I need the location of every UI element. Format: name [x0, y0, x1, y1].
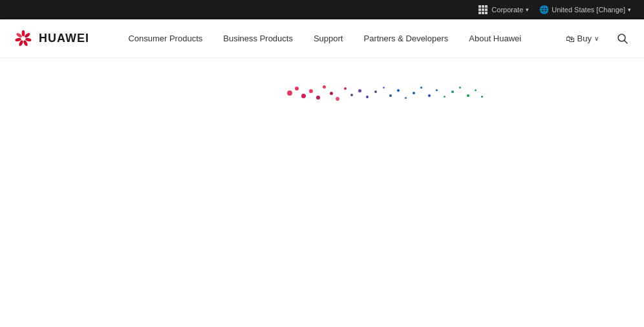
decorative-dot	[344, 87, 347, 90]
nav-support[interactable]: Support	[314, 31, 343, 46]
buy-button[interactable]: 🛍 Buy ∨	[561, 31, 604, 47]
nav-about-huawei[interactable]: About Huawei	[469, 31, 521, 46]
svg-point-1	[24, 32, 30, 38]
huawei-logo-svg	[13, 30, 34, 48]
decorative-dot	[459, 87, 461, 89]
decorative-dot	[358, 89, 361, 92]
decorative-dot	[330, 92, 333, 95]
content-area	[0, 58, 644, 327]
decorative-dot	[420, 87, 422, 89]
decorative-dot	[467, 94, 469, 97]
decorative-dot	[366, 96, 369, 98]
nav-business-products[interactable]: Business Products	[223, 31, 293, 46]
search-button[interactable]	[614, 30, 631, 47]
search-icon	[617, 33, 628, 45]
decorative-dot	[383, 87, 385, 89]
decorative-dot	[316, 96, 320, 100]
top-bar: Corporate ▾ 🌐 United States [Change] ▾	[0, 0, 644, 19]
decorative-dot	[389, 94, 392, 97]
svg-point-6	[16, 32, 23, 38]
decorative-dot	[336, 97, 339, 101]
decorative-dot	[323, 85, 326, 89]
decorative-dot	[309, 89, 313, 93]
svg-line-8	[625, 40, 628, 43]
decorative-dot	[451, 90, 454, 93]
decorative-dots	[281, 78, 488, 116]
decorative-dot	[301, 94, 306, 98]
buy-label: Buy	[577, 34, 592, 43]
nav-right-actions: 🛍 Buy ∨	[561, 30, 631, 47]
globe-icon: 🌐	[539, 5, 549, 14]
main-navigation: HUAWEI Consumer Products Business Produc…	[0, 19, 644, 58]
buy-chevron: ∨	[594, 35, 599, 42]
nav-links: Consumer Products Business Products Supp…	[89, 31, 561, 46]
nav-consumer-products[interactable]: Consumer Products	[128, 31, 202, 46]
grid-icon	[478, 5, 488, 14]
region-link[interactable]: 🌐 United States [Change] ▾	[539, 5, 631, 14]
decorative-dot	[444, 96, 445, 98]
decorative-dot	[405, 97, 407, 99]
logo[interactable]: HUAWEI	[13, 30, 89, 48]
decorative-dot	[428, 94, 431, 97]
corporate-link[interactable]: Corporate ▾	[478, 5, 529, 14]
corporate-label: Corporate	[491, 6, 523, 14]
region-label: United States [Change]	[552, 6, 625, 14]
decorative-dot	[287, 90, 292, 96]
decorative-dot	[436, 89, 438, 91]
corporate-chevron: ▾	[526, 6, 529, 13]
cart-icon: 🛍	[566, 34, 575, 44]
region-chevron: ▾	[628, 6, 631, 13]
decorative-dot	[350, 94, 353, 96]
decorative-dot	[295, 87, 299, 90]
nav-partners-developers[interactable]: Partners & Developers	[363, 31, 448, 46]
logo-text: HUAWEI	[39, 32, 89, 45]
decorative-dot	[374, 90, 377, 93]
decorative-dot	[481, 96, 483, 98]
decorative-dot	[397, 89, 400, 92]
decorative-dot	[413, 92, 415, 94]
decorative-dot	[475, 89, 477, 91]
svg-point-0	[22, 30, 25, 36]
